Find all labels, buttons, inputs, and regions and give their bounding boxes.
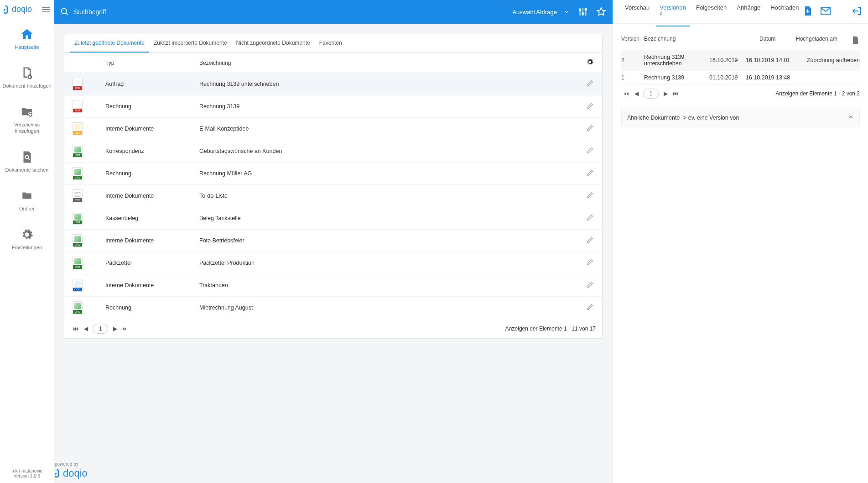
file-type-icon: TXT	[73, 189, 83, 202]
gear-icon[interactable]	[586, 61, 593, 67]
edit-icon[interactable]	[587, 283, 593, 289]
row-type: Interne Dokumente	[105, 282, 199, 289]
table-row[interactable]: JPGKassenbelegBeleg Tankstelle	[64, 207, 602, 230]
sidebar-item-search-docs[interactable]: Dokumente suchen	[0, 142, 54, 180]
sidebar-item-home[interactable]: Hauptseite	[0, 19, 54, 58]
row-name: Rechnung Müller AG	[199, 170, 577, 177]
logout-icon[interactable]	[852, 5, 863, 18]
tab-preview[interactable]: Vorschau	[621, 0, 653, 26]
menu-toggle-icon[interactable]	[42, 7, 50, 12]
folder-icon	[19, 188, 35, 204]
edit-icon[interactable]	[587, 261, 593, 267]
row-name: Geburtstagswünsche an Kunden	[199, 148, 577, 154]
tab-attachments[interactable]: Anhänge	[733, 0, 764, 26]
edit-icon[interactable]	[587, 238, 593, 245]
table-row[interactable]: JPGRechnungRechnung Müller AG	[64, 163, 602, 185]
pager-first[interactable]: ⏮	[71, 324, 81, 334]
pager-last[interactable]: ⏭	[120, 324, 130, 334]
sidebar-item-settings[interactable]: Einstellungen	[0, 219, 54, 258]
row-name: Mietrechnung August	[199, 304, 577, 311]
similar-docs-toggle[interactable]: Ähnliche Dokumente -> ev. eine Version v…	[622, 109, 859, 126]
row-type: Rechnung	[105, 304, 199, 311]
version-row[interactable]: 1Rechnung 313901.10.201916.10.2019 13:48	[621, 71, 860, 85]
table-row[interactable]: MSGInterne DokumenteE-Mail Konzeptidee	[64, 118, 602, 140]
pager-info: Anzeigen der Elemente 1 - 11 von 17	[505, 326, 596, 332]
footer-version: Version 1.0.9	[5, 473, 49, 478]
mail-icon[interactable]	[820, 5, 832, 18]
table-row[interactable]: JPGKorrespondenzGeburtstagswünsche an Ku…	[64, 140, 602, 163]
svg-point-3	[62, 9, 67, 14]
edit-icon[interactable]	[587, 216, 593, 222]
pager-page[interactable]: 1	[93, 324, 108, 334]
row-type: Auftrag	[105, 81, 199, 87]
edit-icon[interactable]	[587, 305, 593, 312]
col-header-name[interactable]: Bezeichnung	[199, 60, 577, 66]
table-row[interactable]: DOCInterne DokumenteTraktanden	[64, 274, 602, 297]
ver-pager-prev[interactable]: ◀	[631, 89, 641, 99]
file-type-icon: PDF	[73, 78, 83, 90]
row-type: Interne Dokumente	[105, 126, 199, 132]
table-row[interactable]: JPGRechnungMietrechnung August	[64, 297, 602, 319]
star-icon[interactable]	[596, 7, 606, 17]
row-name: Packzettel Produktion	[199, 260, 577, 266]
ver-pager-page[interactable]: 1	[643, 89, 659, 99]
search-document-icon	[19, 149, 35, 165]
add-version-icon[interactable]	[851, 36, 860, 46]
svg-point-6	[585, 9, 587, 10]
col-header-type[interactable]: Typ	[105, 60, 199, 66]
sidebar-item-add-doc[interactable]: Dokument hinzufügen	[0, 58, 54, 96]
edit-icon[interactable]	[587, 104, 593, 110]
chevron-down-icon[interactable]	[563, 9, 570, 15]
table-row[interactable]: PDFRechnungRechnung 3139	[64, 95, 602, 118]
search-icon[interactable]	[60, 7, 69, 16]
tab-unassigned[interactable]: Nicht zugeordnete Dokumente	[232, 34, 315, 52]
ver-pager-last[interactable]: ⏭	[670, 89, 681, 99]
edit-icon[interactable]	[587, 149, 593, 155]
table-row[interactable]: PDFAuftragRechnung 3139 unterschrieben	[64, 73, 602, 95]
tab-favorites[interactable]: Favoriten	[315, 34, 347, 52]
ver-pager-first[interactable]: ⏮	[621, 89, 631, 99]
sliders-icon[interactable]	[578, 7, 588, 17]
search-bar: Auswahl Abfrage	[54, 0, 613, 24]
svg-point-5	[582, 13, 584, 15]
ver-col-uploaded: Hochgeladen am	[796, 36, 851, 46]
row-type: Interne Dokumente	[105, 237, 199, 244]
powered-by-logo: doqio	[55, 467, 88, 479]
tab-recent-opened[interactable]: Zuletzt geöffnete Dokumente	[70, 34, 149, 52]
edit-icon[interactable]	[587, 171, 593, 178]
file-type-icon: JPG	[73, 145, 83, 158]
row-name: Rechnung 3139 unterschrieben	[199, 81, 577, 87]
query-select-label[interactable]: Auswahl Abfrage	[512, 9, 557, 16]
row-name: To-do-Liste	[199, 193, 577, 199]
ver-pager-info: Anzeigen der Elemente 1 - 2 von 2	[775, 90, 860, 97]
sidebar: doqio Hauptseite Dokument hinzufügen Ver…	[0, 0, 54, 483]
row-name: Traktanden	[199, 282, 577, 289]
tab-following-pages[interactable]: Folgeseiten	[692, 0, 730, 26]
search-input[interactable]	[74, 8, 512, 16]
tab-upload[interactable]: Hochladen	[767, 0, 802, 26]
edit-icon[interactable]	[587, 194, 593, 200]
row-name: Beleg Tankstelle	[199, 215, 577, 221]
row-name: Rechnung 3139	[199, 103, 577, 110]
row-type: Rechnung	[105, 103, 199, 110]
version-row[interactable]: 2Rechnung 3139 unterschrieben16.10.20191…	[621, 50, 860, 71]
download-icon[interactable]	[802, 5, 813, 18]
sidebar-item-folders[interactable]: Ordner	[0, 180, 54, 219]
sidebar-item-add-dir[interactable]: Verzeichnis hinzufügen	[0, 96, 54, 141]
brand-logo: doqio	[4, 5, 32, 14]
table-row[interactable]: JPGInterne DokumenteFoto Betriebsfeier	[64, 230, 602, 252]
file-type-icon: JPG	[73, 167, 83, 180]
footer-user: mk / matanovic	[5, 468, 49, 473]
file-type-icon: PDF	[73, 100, 83, 113]
pager-prev[interactable]: ◀	[81, 324, 91, 334]
table-row[interactable]: JPGPackzettelPackzettel Produktion	[64, 252, 602, 274]
tab-versions[interactable]: Versionen 2	[656, 0, 690, 26]
unassign-link[interactable]: Zuordnung aufheben	[807, 57, 860, 63]
pager-next[interactable]: ▶	[110, 324, 120, 334]
add-document-icon	[19, 65, 35, 81]
tab-recent-imported[interactable]: Zuletzt importierte Dokumente	[149, 34, 232, 52]
edit-icon[interactable]	[587, 126, 593, 133]
edit-icon[interactable]	[587, 82, 593, 88]
ver-pager-next[interactable]: ▶	[660, 89, 670, 99]
table-row[interactable]: TXTInterne DokumenteTo-do-Liste	[64, 185, 602, 207]
